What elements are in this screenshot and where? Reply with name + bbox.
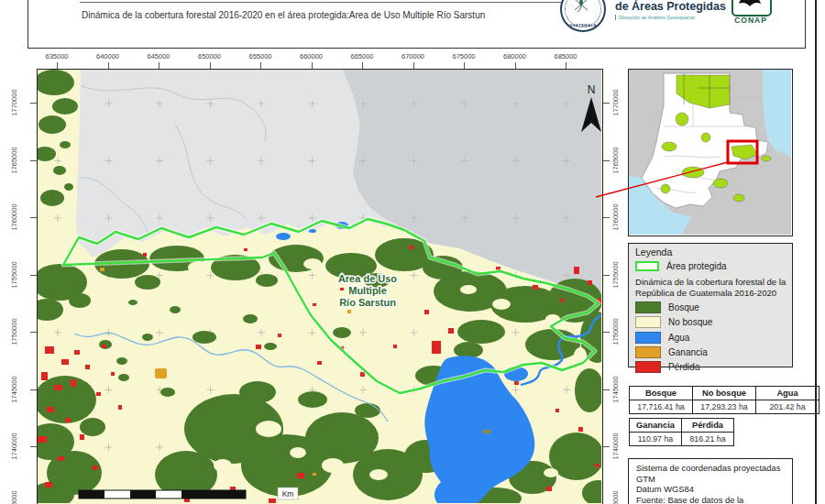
quetzal-icon	[573, 0, 589, 14]
y-tick-label: 1760000	[10, 197, 19, 237]
x-tick-mark	[312, 62, 313, 69]
y-tick-label: 1740000	[611, 426, 621, 466]
y-tick-mark	[603, 160, 610, 161]
map-canvas: Area de Uso Multiple Río Sarstun N Km	[38, 70, 601, 503]
x-tick-mark	[566, 62, 566, 69]
coverage-table: Bosque No bosque Agua 17,716.41 ha 17,29…	[629, 386, 820, 414]
overview-canvas	[629, 70, 791, 235]
change-table: Ganancia Pérdida 110.97 ha 816.21 ha	[629, 418, 734, 446]
x-tick-mark	[362, 62, 363, 69]
y-tick-label: 1735000	[10, 484, 19, 504]
y-tick-label: 1770000	[10, 82, 19, 123]
y-tick-label: 1770000	[611, 82, 621, 123]
agua-swatch	[635, 332, 661, 344]
conap-logo	[732, 0, 772, 16]
y-tick-mark	[603, 332, 610, 333]
map-document: Dinámica de la cobertura forestal de la …	[0, 0, 825, 504]
svg-text:N: N	[588, 83, 596, 96]
main-title-clipped: Dinámica de la cobertura forestal de la …	[80, 0, 579, 1]
nobosque-swatch	[635, 316, 661, 328]
change-header-row: Ganancia Pérdida	[630, 419, 734, 433]
credit-line: Sistema de coordenadas proyectadas	[636, 463, 785, 474]
legend-row-area-protegida: Área protegida	[635, 260, 786, 272]
legend: Leyenda Área protegida Dinámica de la co…	[628, 243, 793, 367]
coverage-value-row: 17,716.41 ha 17,293.23 ha 201.42 ha	[630, 400, 820, 414]
y-tick-mark	[603, 217, 610, 218]
main-map: Area de Uso Multiple Río Sarstun N Km	[37, 69, 603, 504]
legend-row-bosque: Bosque	[635, 301, 786, 313]
x-tick-mark	[260, 62, 261, 69]
page-title: Dinámica de la cobertura forestal 2016-2…	[82, 10, 485, 20]
credit-line: Fuente: Base de datos de la	[636, 495, 785, 504]
x-tick-label: 675000	[442, 52, 486, 60]
overview-map	[628, 69, 793, 236]
guatemala-seal-logo: GUATEMALA	[560, 0, 606, 32]
x-tick-label: 670000	[391, 52, 435, 60]
x-tick-mark	[108, 62, 109, 69]
x-tick-mark	[159, 62, 160, 69]
y-tick-label: 1765000	[611, 140, 621, 181]
header: Dinámica de la cobertura forestal de la …	[28, 0, 806, 49]
conap-bird-icon	[733, 0, 766, 11]
org-text-block: Consejo Nacional de Áreas Protegidas Dir…	[615, 0, 734, 20]
x-tick-label: 655000	[238, 52, 282, 60]
credit-line: Datum WGS84	[636, 484, 785, 495]
y-tick-label: 1735000	[611, 484, 621, 504]
y-tick-mark	[603, 275, 610, 276]
y-tick-mark	[30, 160, 37, 161]
legend-subtitle: Dinámica de la cobertura forestal de la …	[635, 277, 787, 298]
x-tick-label: 650000	[188, 52, 232, 60]
perdida-swatch	[635, 361, 661, 373]
y-tick-mark	[30, 389, 37, 390]
credit-line: GTM	[636, 474, 785, 485]
bosque-swatch	[635, 301, 661, 313]
y-tick-mark	[30, 103, 37, 104]
legend-row-ganancia: Ganancia	[635, 346, 786, 358]
y-tick-label: 1755000	[611, 255, 621, 295]
conap-label: CONAP	[730, 16, 772, 25]
title-divider	[80, 2, 593, 3]
y-tick-mark	[603, 103, 610, 104]
x-tick-mark	[57, 62, 58, 69]
x-tick-mark	[464, 62, 465, 69]
y-tick-label: 1750000	[10, 312, 19, 352]
y-tick-mark	[30, 332, 37, 333]
svg-text:Area de Uso: Area de Uso	[338, 273, 397, 284]
x-tick-mark	[515, 62, 516, 69]
org-subtitle: Dirección de Análisis Geoespacial	[615, 15, 734, 20]
x-tick-label: 635000	[35, 52, 79, 60]
page-border	[815, 0, 817, 504]
x-tick-label: 665000	[340, 52, 384, 60]
y-tick-mark	[30, 275, 37, 276]
y-tick-label: 1740000	[10, 426, 19, 466]
y-tick-mark	[30, 446, 37, 447]
x-tick-mark	[210, 62, 211, 69]
x-tick-mark	[413, 62, 414, 69]
x-tick-label: 640000	[86, 52, 130, 60]
y-tick-label: 1765000	[10, 140, 19, 181]
legend-row-agua: Agua	[635, 332, 786, 344]
seal-label: GUATEMALA	[562, 23, 604, 27]
x-tick-label: 680000	[493, 52, 537, 60]
y-tick-mark	[603, 389, 610, 390]
y-tick-mark	[603, 446, 610, 447]
x-tick-label: 645000	[137, 52, 181, 60]
change-value-row: 110.97 ha 816.21 ha	[630, 433, 734, 446]
x-tick-label: 660000	[290, 52, 334, 60]
area-protegida-swatch	[635, 261, 659, 271]
legend-row-nobosque: No bosque	[635, 316, 786, 328]
legend-label: Área protegida	[666, 261, 727, 271]
lake-island	[482, 430, 491, 434]
x-tick-label: 685000	[544, 52, 588, 60]
ganancia-swatch	[635, 346, 661, 358]
coverage-header-row: Bosque No bosque Agua	[630, 387, 820, 400]
org-name-line2: de Áreas Protegidas	[615, 0, 734, 13]
y-tick-mark	[30, 217, 37, 218]
y-tick-label: 1750000	[611, 312, 621, 352]
svg-text:Multiple: Multiple	[348, 285, 387, 296]
svg-text:Km: Km	[282, 489, 294, 499]
y-tick-label: 1755000	[10, 255, 19, 295]
y-tick-label: 1745000	[10, 369, 19, 410]
y-tick-label: 1745000	[611, 369, 621, 410]
svg-text:Río Sarstun: Río Sarstun	[339, 297, 396, 308]
